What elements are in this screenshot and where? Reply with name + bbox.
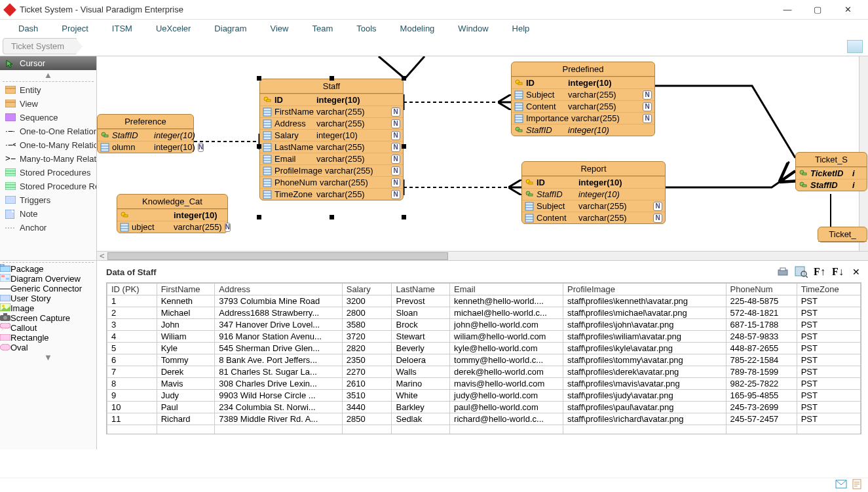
column-header[interactable]: FirstName: [157, 284, 215, 295]
table-cell[interactable]: PST: [797, 295, 860, 307]
tool-relnn[interactable]: >‒<Many-to-Many Relationship: [0, 152, 96, 166]
table-cell[interactable]: 3510: [342, 390, 392, 402]
table-cell[interactable]: 225-48-5875: [726, 295, 797, 307]
tool-rel1n[interactable]: ·‒<One-to-Many Relationship: [0, 138, 96, 152]
table-cell[interactable]: 245-73-2699: [726, 402, 797, 413]
tool-image[interactable]: Image: [0, 303, 96, 313]
table-cell[interactable]: staff\profiles\kenneth\avatar.png: [563, 295, 726, 307]
entity-column[interactable]: olumninteger(10)N: [98, 141, 193, 153]
entity-column[interactable]: Importancevarchar(255)N: [512, 112, 654, 124]
table-cell[interactable]: 982-25-7822: [726, 378, 797, 390]
table-cell[interactable]: 3580: [342, 319, 392, 331]
selection-handle[interactable]: [257, 76, 261, 81]
table-cell[interactable]: derek@hello-world.com: [450, 366, 563, 378]
table-cell[interactable]: Kenneth: [157, 295, 215, 307]
entity-column[interactable]: FirstNamevarchar(255)N: [260, 105, 403, 117]
table-cell[interactable]: 687-15-1788: [726, 319, 797, 331]
table-cell[interactable]: Richard: [157, 413, 215, 425]
table-cell[interactable]: 165-95-4855: [726, 390, 797, 402]
table-cell[interactable]: 2850: [342, 413, 392, 425]
tool-overview[interactable]: Diagram Overview: [0, 274, 96, 284]
table-cell[interactable]: PST: [797, 378, 860, 390]
table-cell[interactable]: 347 Hanover Drive Lovel...: [215, 319, 343, 331]
table-row[interactable]: 3John347 Hanover Drive Lovel...3580Brock…: [107, 319, 861, 331]
close-button[interactable]: ✕: [833, 0, 863, 20]
table-cell[interactable]: PST: [797, 354, 860, 366]
table-cell[interactable]: Judy: [157, 390, 215, 402]
table-cell[interactable]: Derek: [157, 366, 215, 378]
selection-handle[interactable]: [402, 215, 406, 219]
menu-dash[interactable]: Dash: [7, 21, 50, 36]
entity-ticket[interactable]: Ticket_: [818, 227, 867, 242]
table-cell[interactable]: 7: [107, 366, 157, 378]
table-cell[interactable]: staff\profiles\michael\avatar.png: [563, 307, 726, 319]
table-cell[interactable]: 2: [107, 307, 157, 319]
table-cell[interactable]: 448-87-2655: [726, 343, 797, 354]
table-cell[interactable]: staff\profiles\mavis\avatar.png: [563, 378, 726, 390]
breadcrumb[interactable]: Ticket System: [3, 38, 77, 54]
table-cell[interactable]: 1: [107, 295, 157, 307]
selection-handle[interactable]: [402, 76, 406, 81]
tool-trigger[interactable]: Triggers: [0, 193, 96, 207]
tool-sproc[interactable]: Stored Procedures: [0, 166, 96, 180]
table-cell[interactable]: staff\profiles\kyle\avatar.png: [563, 343, 726, 354]
table-cell[interactable]: 8: [107, 378, 157, 390]
sort-desc-icon[interactable]: F↓: [830, 265, 846, 279]
print-icon[interactable]: [775, 265, 791, 279]
table-cell[interactable]: White: [392, 390, 450, 402]
entity-column[interactable]: ProfileImagevarchar(255)N: [260, 164, 403, 176]
menu-help[interactable]: Help: [500, 21, 542, 36]
entity-column[interactable]: LastNamevarchar(255)N: [260, 141, 403, 153]
document-icon[interactable]: [852, 479, 861, 491]
table-cell[interactable]: 2800: [342, 307, 392, 319]
data-grid-wrap[interactable]: ID (PK)FirstNameAddressSalaryLastNameEma…: [106, 282, 861, 434]
table-cell[interactable]: Walls: [392, 366, 450, 378]
table-cell[interactable]: mavis@hello-world.com: [450, 378, 563, 390]
entity-column[interactable]: IDinteger(10): [512, 77, 654, 88]
tool-generic[interactable]: Generic Connector: [0, 284, 96, 293]
entity-column[interactable]: PhoneNumvarchar(255)N: [260, 176, 403, 188]
table-row[interactable]: 8Mavis308 Charles Drive Lexin...2610Mari…: [107, 378, 861, 390]
column-header[interactable]: Email: [450, 284, 563, 295]
table-cell[interactable]: staff\profiles\john\avatar.png: [563, 319, 726, 331]
column-header[interactable]: TimeZone: [797, 284, 860, 295]
column-header[interactable]: ProfileImage: [563, 284, 726, 295]
entity-report[interactable]: ReportIDinteger(10)StaffIDinteger(10)Sub…: [521, 161, 666, 224]
selection-handle[interactable]: [330, 76, 334, 81]
tool-oval[interactable]: Oval: [0, 343, 96, 352]
table-cell[interactable]: kenneth@hello-world....: [450, 295, 563, 307]
entity-knowledge[interactable]: Knowledge_Catinteger(10)ubjectvarchar(25…: [117, 194, 228, 233]
scroll-up-icon[interactable]: ▲: [0, 70, 96, 80]
table-cell[interactable]: Brock: [392, 319, 450, 331]
tool-rect[interactable]: Rectangle: [0, 333, 96, 343]
table-cell[interactable]: 3720: [342, 331, 392, 343]
entity-column[interactable]: Addressvarchar(255)N: [260, 117, 403, 129]
table-cell[interactable]: PST: [797, 366, 860, 378]
table-cell[interactable]: staff\profiles\judy\avatar.png: [563, 390, 726, 402]
mail-icon[interactable]: [835, 480, 847, 491]
tool-sprocres[interactable]: Stored Procedure Resultset: [0, 180, 96, 193]
table-cell[interactable]: 7389 Middle River Rd. A...: [215, 413, 343, 425]
close-panel-icon[interactable]: ✕: [848, 265, 864, 279]
selection-handle[interactable]: [257, 215, 261, 219]
table-cell[interactable]: staff\profiles\paul\avatar.png: [563, 402, 726, 413]
table-cell[interactable]: Tommy: [157, 354, 215, 366]
perspective-icon[interactable]: [847, 40, 863, 53]
table-row[interactable]: 1Kenneth3793 Columbia Mine Road3200Prevo…: [107, 295, 861, 307]
menu-team[interactable]: Team: [300, 21, 345, 36]
entity-column[interactable]: Salaryinteger(10)N: [260, 129, 403, 141]
minimize-button[interactable]: —: [772, 0, 802, 20]
entity-column[interactable]: StaffIDi: [796, 179, 867, 191]
table-cell[interactable]: Prevost: [392, 295, 450, 307]
table-cell[interactable]: wiliam@hello-world.com: [450, 331, 563, 343]
table-cell[interactable]: PST: [797, 319, 860, 331]
table-cell[interactable]: 916 Manor Station Avenu...: [215, 331, 343, 343]
table-cell[interactable]: staff\profiles\wiliam\avatar.png: [563, 331, 726, 343]
table-row[interactable]: 5Kyle545 Sherman Drive Glen...2820Beverl…: [107, 343, 861, 354]
table-cell[interactable]: Marino: [392, 378, 450, 390]
table-row[interactable]: 6Tommy8 Bank Ave. Port Jeffers...2350Del…: [107, 354, 861, 366]
tool-sequence[interactable]: Sequence: [0, 111, 96, 124]
tool-note[interactable]: Note: [0, 207, 96, 221]
table-cell[interactable]: 2820: [342, 343, 392, 354]
table-cell[interactable]: Sloan: [392, 307, 450, 319]
